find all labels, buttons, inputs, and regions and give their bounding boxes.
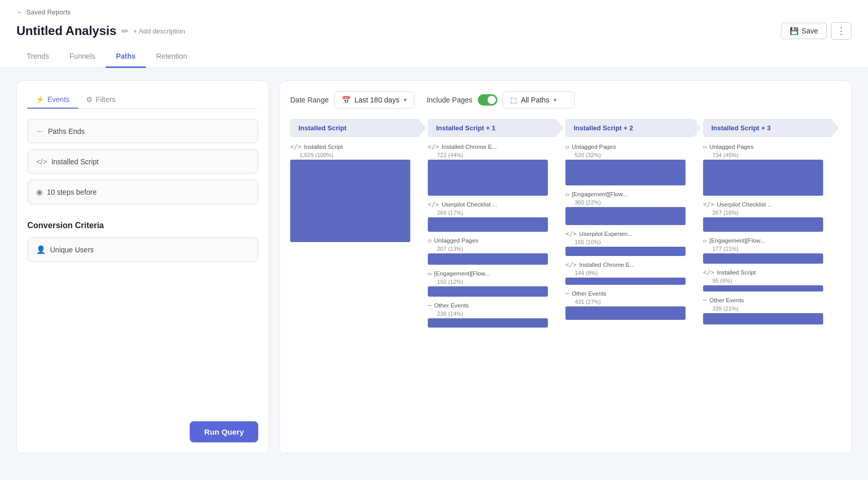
- node-icon-2-1: ▭: [565, 191, 569, 198]
- node-stats-0-0: 1,629 (100%): [290, 152, 424, 158]
- back-link[interactable]: ← Saved Reports: [16, 0, 852, 18]
- user-icon: 👤: [36, 245, 46, 254]
- node-bar-2-3: [565, 278, 686, 285]
- node-bar-3-0: [703, 160, 823, 196]
- node-entry-3-1: </>Userpilot Checklist ...267 (16%): [703, 201, 841, 232]
- save-button[interactable]: 💾 Save: [781, 23, 827, 39]
- node-label-3-1: Userpilot Checklist ...: [717, 201, 773, 208]
- date-range-value: Last 180 days: [355, 96, 399, 104]
- node-entry-1-3: ▭[Engagement][Flow...192 (12%): [428, 270, 565, 297]
- unique-users-item[interactable]: 👤 Unique Users: [27, 237, 258, 262]
- steps-before-item[interactable]: ◉ 10 steps before: [27, 180, 258, 204]
- paths-ends-label: Paths Ends: [48, 127, 85, 135]
- node-icon-2-0: ▭: [565, 143, 569, 150]
- node-entry-2-4: ⋯Other Events431 (27%): [565, 290, 703, 320]
- events-icon: ⚡: [36, 95, 44, 104]
- main-content: ⚡ Events ⚙ Filters ← Paths Ends </> Inst…: [0, 68, 868, 466]
- date-range-label: Date Range: [290, 96, 329, 104]
- edit-icon[interactable]: ✏: [122, 26, 128, 36]
- tab-funnels[interactable]: Funnels: [59, 46, 106, 68]
- steps-label: 10 steps before: [47, 188, 97, 196]
- paths-icon: ⬚: [510, 96, 517, 104]
- node-bar-1-4: [428, 318, 548, 328]
- add-description-button[interactable]: + Add description: [133, 27, 185, 35]
- col-header-1: Installed Script + 1: [428, 119, 563, 137]
- filters-row: Date Range 📅 Last 180 days ▾ Include Pag…: [290, 91, 841, 109]
- unique-users-label: Unique Users: [50, 246, 94, 254]
- node-label-2-1: [Engagement][Flow...: [572, 191, 627, 197]
- node-entry-2-0: ▭Untagged Pages520 (32%): [565, 143, 703, 185]
- node-entry-1-0: </>Installed Chrome E...722 (44%): [428, 143, 565, 196]
- more-options-button[interactable]: ⋮: [831, 22, 852, 40]
- node-label-1-3: [Engagement][Flow...: [434, 270, 490, 277]
- node-label-3-3: Installed Script: [717, 269, 756, 276]
- node-entry-2-2: </>Userpilot Experien...165 (10%): [565, 230, 703, 256]
- node-label-1-2: Untagged Pages: [434, 237, 478, 244]
- node-icon-1-1: </>: [428, 201, 439, 208]
- title-right: 💾 Save ⋮: [781, 22, 852, 40]
- right-panel: Date Range 📅 Last 180 days ▾ Include Pag…: [279, 80, 852, 453]
- node-label-2-0: Untagged Pages: [572, 144, 616, 150]
- node-icon-3-2: ▭: [703, 237, 707, 244]
- steps-icon: ◉: [36, 187, 43, 197]
- node-bar-3-3: [703, 285, 823, 292]
- top-bar: ← Saved Reports Untitled Analysis ✏ + Ad…: [0, 0, 868, 68]
- node-stats-3-3: 95 (6%): [703, 278, 837, 284]
- path-column-0: Installed Script</>Installed Script1,629…: [290, 119, 428, 333]
- node-bar-2-4: [565, 306, 686, 320]
- node-label-3-0: Untagged Pages: [709, 144, 754, 150]
- node-stats-3-0: 734 (45%): [703, 152, 837, 158]
- calendar-icon: 📅: [342, 96, 350, 104]
- panel-tab-events[interactable]: ⚡ Events: [27, 91, 78, 109]
- title-row: Untitled Analysis ✏ + Add description 💾 …: [16, 18, 852, 46]
- page-title: Untitled Analysis: [16, 24, 116, 38]
- node-label-2-4: Other Events: [572, 290, 606, 297]
- node-entry-3-0: ▭Untagged Pages734 (45%): [703, 143, 841, 196]
- installed-script-label: Installed Script: [52, 158, 99, 166]
- installed-script-item[interactable]: </> Installed Script: [27, 149, 258, 174]
- installed-script-icon: </>: [36, 157, 47, 166]
- node-stats-2-4: 431 (27%): [565, 299, 699, 305]
- left-panel: ⚡ Events ⚙ Filters ← Paths Ends </> Inst…: [16, 80, 269, 453]
- tab-paths[interactable]: Paths: [106, 46, 146, 68]
- node-icon-3-0: ▭: [703, 143, 707, 150]
- node-bar-3-4: [703, 313, 823, 324]
- node-entry-1-2: ◇Untagged Pages207 (13%): [428, 237, 565, 265]
- node-entry-3-2: ▭[Engagement][Flow...177 (11%): [703, 237, 841, 264]
- date-chevron-icon: ▾: [404, 96, 407, 104]
- node-icon-2-2: </>: [565, 230, 577, 237]
- node-icon-2-4: ⋯: [565, 290, 569, 297]
- include-pages-label: Include Pages: [427, 96, 473, 104]
- node-entry-3-4: ⋯Other Events339 (21%): [703, 297, 841, 324]
- conversion-section: Conversion Criteria 👤 Unique Users: [27, 221, 258, 268]
- paths-ends-item[interactable]: ← Paths Ends: [27, 119, 258, 143]
- node-stats-3-2: 177 (11%): [703, 246, 837, 252]
- all-paths-dropdown[interactable]: ⬚ All Paths ▾: [503, 91, 575, 109]
- filters-icon: ⚙: [86, 95, 93, 104]
- back-label: Saved Reports: [26, 8, 71, 16]
- date-range-dropdown[interactable]: 📅 Last 180 days ▾: [334, 91, 414, 109]
- tab-trends[interactable]: Trends: [16, 46, 59, 68]
- node-bar-1-1: [428, 217, 548, 232]
- node-icon-3-4: ⋯: [703, 297, 707, 304]
- include-pages-toggle[interactable]: [478, 94, 497, 106]
- node-entry-1-1: </>Userpilot Checklist ...269 (17%): [428, 201, 565, 232]
- run-query-button[interactable]: Run Query: [190, 421, 258, 442]
- node-label-2-3: Installed Chrome E...: [579, 262, 635, 268]
- panel-tabs: ⚡ Events ⚙ Filters: [27, 91, 258, 109]
- tab-retention[interactable]: Retention: [146, 46, 197, 68]
- node-stats-3-1: 267 (16%): [703, 210, 837, 216]
- include-pages-group: Include Pages ⬚ All Paths ▾: [427, 91, 575, 109]
- title-left: Untitled Analysis ✏ + Add description: [16, 24, 185, 38]
- date-range-group: Date Range 📅 Last 180 days ▾: [290, 91, 414, 109]
- node-label-2-2: Userpilot Experien...: [579, 231, 633, 237]
- node-bar-2-2: [565, 247, 686, 256]
- node-label-1-1: Userpilot Checklist ...: [442, 201, 497, 208]
- node-label-0-0: Installed Script: [304, 144, 343, 150]
- node-stats-3-4: 339 (21%): [703, 305, 837, 312]
- paths-chevron-icon: ▾: [554, 96, 557, 104]
- node-label-3-4: Other Events: [709, 297, 744, 303]
- node-icon-0-0: </>: [290, 143, 302, 150]
- node-icon-3-1: </>: [703, 201, 714, 208]
- panel-tab-filters[interactable]: ⚙ Filters: [78, 91, 124, 109]
